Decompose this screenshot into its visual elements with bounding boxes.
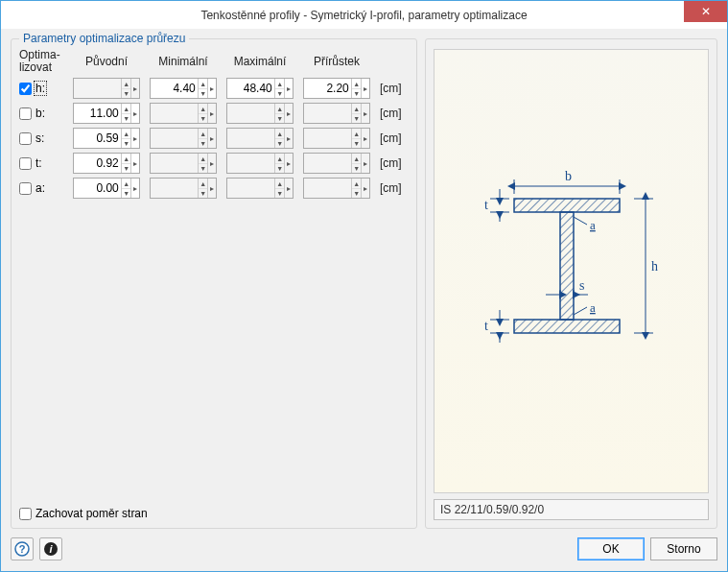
max-s-side-button: ▸ [284,129,293,148]
original-s-side-button[interactable]: ▸ [130,129,139,148]
param-check-h: h: [19,82,63,95]
original-t-input[interactable] [74,154,121,173]
min-h-spinner[interactable]: ▲ ▼ [198,79,208,98]
min-h[interactable]: ▲ ▼ ▸ [150,78,217,99]
step-h-spinner[interactable]: ▲ ▼ [351,79,362,98]
chevron-up-icon[interactable]: ▲ [352,79,362,89]
original-t[interactable]: ▲ ▼ ▸ [73,153,140,174]
max-a-input [227,179,274,198]
min-s-side-button: ▸ [207,129,216,148]
chevron-up-icon: ▲ [352,129,362,139]
original-s[interactable]: ▲ ▼ ▸ [73,128,140,149]
original-h: ▲ ▼ ▸ [73,78,140,99]
close-button[interactable]: ✕ [684,1,727,22]
param-check-a: a: [19,181,63,195]
preview-panel: b h t [425,38,717,529]
original-b[interactable]: ▲ ▼ ▸ [73,103,140,124]
chevron-up-icon[interactable]: ▲ [122,154,131,164]
params-legend: Parametry optimalizace průřezu [19,32,189,45]
unit-h: [cm] [380,82,409,95]
keep-ratio-checkbox[interactable] [19,508,32,520]
step-t-input [304,154,351,173]
original-t-side-button[interactable]: ▸ [130,154,139,173]
info-button[interactable]: i [39,537,62,560]
label-s: s: [35,131,45,145]
original-b-side-button[interactable]: ▸ [130,104,139,123]
chevron-down-icon: ▼ [352,189,362,199]
svg-rect-1 [514,199,620,212]
original-a-input[interactable] [74,179,121,198]
col-header-max: Maximální [226,55,294,68]
original-s-input[interactable] [74,129,121,148]
checkbox-s[interactable] [19,132,32,145]
step-h-side-button[interactable]: ▸ [361,79,369,98]
chevron-down-icon: ▼ [352,139,362,149]
label-t: t: [35,156,43,170]
step-h-input[interactable] [304,79,351,98]
chevron-up-icon: ▲ [275,104,285,114]
min-t: ▲ ▼ ▸ [150,153,217,174]
chevron-down-icon[interactable]: ▼ [352,89,362,99]
max-h-input[interactable] [227,79,274,98]
chevron-down-icon[interactable]: ▼ [199,89,208,99]
original-t-spinner[interactable]: ▲ ▼ [121,154,131,173]
checkbox-h[interactable] [19,83,32,95]
chevron-up-icon[interactable]: ▲ [122,179,131,189]
original-b-spinner[interactable]: ▲ ▼ [121,104,131,123]
original-h-side-button: ▸ [130,79,139,98]
min-a-side-button: ▸ [207,179,216,198]
svg-rect-2 [514,320,620,333]
help-button[interactable]: ? [11,537,34,560]
step-h[interactable]: ▲ ▼ ▸ [303,78,370,99]
max-b-input [227,104,274,123]
original-s-spinner[interactable]: ▲ ▼ [121,129,131,148]
chevron-up-icon[interactable]: ▲ [199,79,208,89]
max-h-spinner[interactable]: ▲ ▼ [274,79,285,98]
original-b-input[interactable] [74,104,121,123]
min-h-input[interactable] [151,79,198,98]
chevron-down-icon[interactable]: ▼ [122,139,131,149]
chevron-up-icon[interactable]: ▲ [122,129,131,139]
chevron-up-icon[interactable]: ▲ [122,104,131,114]
chevron-up-icon: ▲ [275,179,285,189]
chevron-down-icon[interactable]: ▼ [275,89,285,99]
original-a[interactable]: ▲ ▼ ▸ [73,178,140,199]
step-a: ▲ ▼ ▸ [303,178,370,199]
max-h[interactable]: ▲ ▼ ▸ [226,78,294,99]
params-panel: Parametry optimalizace průřezu Optima- l… [11,38,417,529]
cancel-button[interactable]: Storno [650,537,717,560]
original-a-side-button[interactable]: ▸ [130,179,139,198]
chevron-up-icon: ▲ [352,179,362,189]
chevron-up-icon: ▲ [199,104,208,114]
step-t: ▲ ▼ ▸ [303,153,370,174]
chevron-up-icon[interactable]: ▲ [275,79,285,89]
checkbox-b[interactable] [19,107,32,120]
step-b-input [304,104,351,123]
step-s: ▲ ▼ ▸ [303,128,370,149]
max-h-side-button[interactable]: ▸ [284,79,293,98]
ok-button[interactable]: OK [577,537,645,560]
param-check-s: s: [19,131,63,145]
checkbox-a[interactable] [19,182,32,195]
chevron-down-icon[interactable]: ▼ [122,189,131,199]
original-h-input [74,79,121,98]
svg-rect-3 [560,212,574,320]
unit-a: [cm] [380,181,409,195]
window-title: Tenkostěnné profily - Symetrický I-profi… [1,9,727,22]
min-h-side-button[interactable]: ▸ [207,79,216,98]
min-b-side-button: ▸ [207,104,216,123]
step-b: ▲ ▼ ▸ [303,103,370,124]
param-check-b: b: [19,107,63,120]
close-icon: ✕ [701,5,711,18]
checkbox-t[interactable] [19,157,32,170]
chevron-down-icon[interactable]: ▼ [122,164,131,174]
step-t-spinner: ▲ ▼ [351,154,362,173]
label-h: h: [35,82,46,95]
svg-line-5 [574,307,587,315]
profile-name-text: IS 22/11/0.59/0.92/0 [440,503,544,516]
original-a-spinner[interactable]: ▲ ▼ [121,179,131,198]
chevron-up-icon: ▲ [352,104,362,114]
label-b: b: [35,107,46,120]
chevron-down-icon[interactable]: ▼ [122,114,131,124]
dim-label-h: h [651,259,658,274]
